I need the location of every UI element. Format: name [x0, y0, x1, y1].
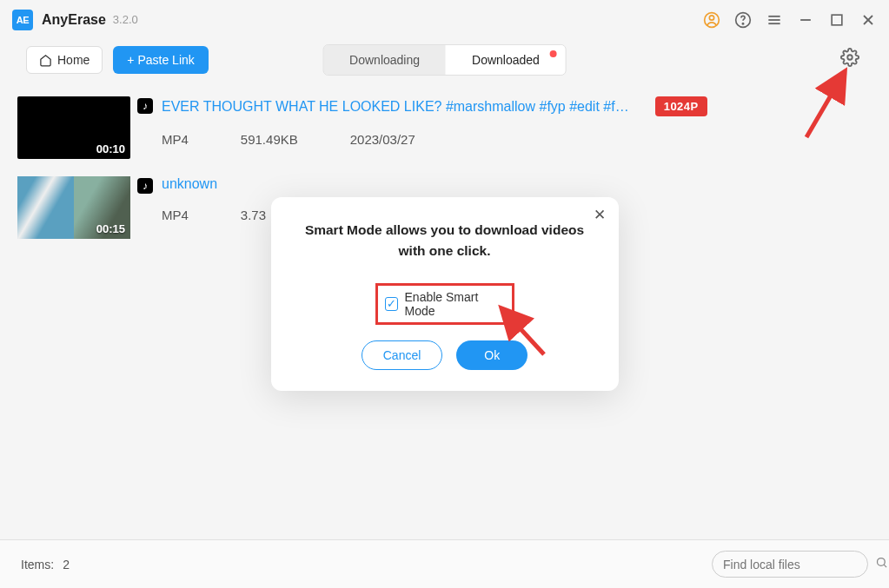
checkbox-icon: ✓ [385, 297, 398, 311]
checkbox-label: Enable Smart Mode [405, 290, 505, 318]
close-button[interactable]: ✕ [593, 208, 607, 221]
cancel-button[interactable]: Cancel [362, 340, 443, 370]
ok-button[interactable]: Ok [456, 340, 527, 370]
smart-mode-modal: ✕ Smart Mode allows you to download vide… [271, 197, 619, 391]
modal-overlay: ✕ Smart Mode allows you to download vide… [0, 0, 889, 588]
smart-mode-checkbox-wrap[interactable]: ✓ Enable Smart Mode [375, 283, 514, 325]
modal-text: Smart Mode allows you to download videos… [295, 220, 594, 261]
